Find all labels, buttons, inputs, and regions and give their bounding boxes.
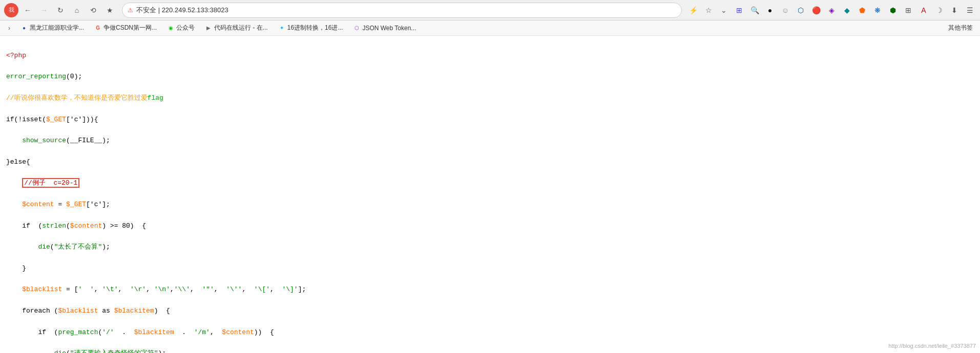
daima-favicon: ▶ [205, 25, 212, 32]
code-line-7: //例子 c=20-1 [6, 178, 974, 189]
code-line-4: if(!isset($_GET['c'])){ [6, 115, 974, 125]
lightning-icon[interactable]: ⚡ [687, 4, 699, 16]
code-line-3: //听说你很喜欢数学，不知道你是否爱它胜过爱flag [6, 93, 974, 104]
bookmark-gongzhonghao[interactable]: ◉ 公众号 [163, 23, 199, 33]
bookmarks-right: 其他书签 [945, 23, 976, 33]
ext-apps-icon[interactable]: ⊞ [902, 4, 914, 16]
hex-favicon: ✦ [278, 25, 285, 32]
code-display: <?php error_reporting(0); //听说你很喜欢数学，不知道… [0, 36, 980, 353]
code-line-15: die("请不要输入奇奇怪怪的字符"); [6, 348, 974, 353]
code-line-6: }else{ [6, 157, 974, 168]
jwt-favicon: ⬡ [353, 25, 360, 32]
gzh-favicon: ◉ [167, 25, 174, 32]
bookmark-hex[interactable]: ✦ 16进制转换，16进... [274, 23, 347, 33]
menu-icon[interactable]: ☰ [964, 4, 976, 16]
ext-face-icon[interactable]: ☺ [779, 4, 791, 16]
ext-grid-icon[interactable]: ⊞ [733, 4, 745, 16]
star-icon[interactable]: ☆ [702, 4, 715, 16]
gzh-label: 公众号 [176, 24, 195, 32]
bookmark-button[interactable]: ★ [102, 3, 117, 17]
code-line-13: foreach ($blacklist as $blackitem) { [6, 306, 974, 317]
csdn-label: 争做CSDN第一网... [103, 24, 157, 32]
url-text: 220.249.52.133:38023 [162, 6, 228, 14]
other-bookmarks[interactable]: 其他书签 [945, 23, 976, 33]
code-line-14: if (preg_match('/' . $blackitem . '/m', … [6, 327, 974, 338]
ext-orange-icon[interactable]: ⬟ [856, 4, 868, 16]
ext-teal-icon[interactable]: ◆ [841, 4, 853, 16]
ext-red2-icon[interactable]: A [918, 4, 930, 16]
heijian-label: 黑龙江能源职业学... [30, 24, 84, 32]
bookmark-daima[interactable]: ▶ 代码在线运行 - 在... [201, 23, 272, 33]
ext-down-icon[interactable]: ⬇ [948, 4, 961, 16]
bookmarks-bar: › ● 黑龙江能源职业学... G 争做CSDN第一网... ◉ 公众号 ▶ 代… [0, 20, 980, 36]
ext-purple-icon[interactable]: ◈ [825, 4, 838, 16]
csdn-favicon: G [94, 25, 101, 32]
code-line-5: show_source(__FILE__); [6, 136, 974, 146]
address-bar[interactable]: ⚠ 不安全 | 220.249.52.133:38023 [122, 3, 682, 18]
code-line-2: error_reporting(0); [6, 72, 974, 82]
bookmarks-chevron[interactable]: › [4, 23, 14, 33]
bookmark-heijian[interactable]: ● 黑龙江能源职业学... [16, 23, 88, 33]
code-line-1: <?php [6, 51, 974, 61]
code-line-11: } [6, 263, 974, 274]
home-button[interactable]: ⌂ [70, 3, 84, 17]
lock-icon: ⚠ [128, 7, 133, 14]
back-button[interactable]: ← [20, 3, 35, 17]
code-line-9: if (strlen($content) >= 80) { [6, 221, 974, 232]
forward-button[interactable]: → [37, 3, 51, 17]
toolbar-icons: ⚡ ☆ ⌄ ⊞ 🔍 ● ☺ ⬡ 🔴 ◈ ◆ ⬟ ❋ ⬢ ⊞ A ☽ ⬇ ☰ [687, 4, 976, 16]
address-separator: | [158, 6, 162, 14]
code-line-10: die("太长了不会算"); [6, 242, 974, 253]
code-line-8: $content = $_GET['c']; [6, 200, 974, 210]
bookmark-jwt[interactable]: ⬡ JSON Web Token... [349, 24, 420, 33]
ext-circle-icon[interactable]: ● [764, 4, 776, 16]
ext-red-icon[interactable]: 🔴 [810, 4, 822, 16]
reload-button[interactable]: ↻ [53, 3, 68, 17]
browser-toolbar: 我 ← → ↻ ⌂ ⟲ ★ ⚠ 不安全 | 220.249.52.133:380… [0, 0, 980, 20]
address-text: 不安全 | 220.249.52.133:38023 [136, 6, 676, 15]
ext-green-icon[interactable]: ⬢ [887, 4, 899, 16]
jwt-label: JSON Web Token... [362, 25, 416, 32]
ext-blue2-icon[interactable]: ❋ [871, 4, 884, 16]
expand-icon[interactable]: ⌄ [718, 4, 730, 16]
hex-label: 16进制转换，16进... [287, 24, 343, 32]
bookmark-csdn[interactable]: G 争做CSDN第一网... [90, 23, 161, 33]
highlight-comment: //例子 c=20-1 [22, 178, 79, 188]
ext-blue-icon[interactable]: ⬡ [795, 4, 807, 16]
ext-search-icon[interactable]: 🔍 [748, 4, 761, 16]
watermark: http://blog.csdn.net/leile_#3373877 [888, 343, 976, 349]
ext-moon-icon[interactable]: ☽ [933, 4, 945, 16]
history-back-button[interactable]: ⟲ [86, 3, 100, 17]
protocol-label: 不安全 [136, 6, 156, 14]
code-line-12: $blacklist = [' ', '\t', '\r', '\n','\\'… [6, 284, 974, 295]
avatar[interactable]: 我 [4, 3, 18, 17]
daima-label: 代码在线运行 - 在... [214, 24, 268, 32]
heijian-favicon: ● [20, 25, 28, 32]
